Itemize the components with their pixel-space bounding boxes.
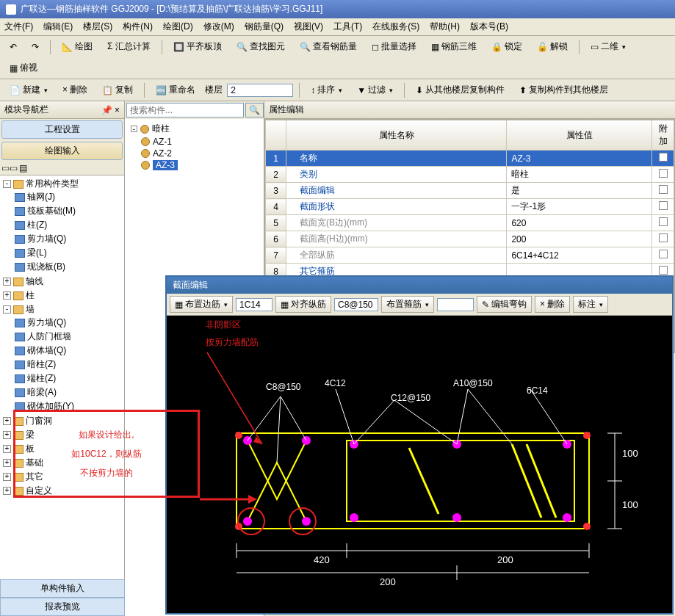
btn-qty[interactable]: 🔍 查看钢筋量 xyxy=(295,38,362,55)
dim-w3: 200 xyxy=(380,576,396,587)
property-row[interactable]: 2 类别暗柱 xyxy=(266,167,674,183)
item-icon xyxy=(15,333,25,341)
component-item[interactable]: AZ-2 xyxy=(141,148,261,159)
component-type-tree[interactable]: -常用构件类型 轴网(J) 筏板基础(M) 柱(Z) 剪力墙(Q) 梁(L) 现… xyxy=(0,175,124,616)
component-item[interactable]: AZ-1 xyxy=(141,136,261,148)
btn-drawing[interactable]: 📐 绘图 xyxy=(57,38,98,55)
menu-modify[interactable]: 修改(M) xyxy=(203,21,234,33)
annotation-arrow-icon xyxy=(200,492,259,507)
btn-mark[interactable]: 标注▾ xyxy=(573,296,608,313)
component-item-selected[interactable]: AZ-3 xyxy=(141,159,261,171)
expand-icon[interactable]: + xyxy=(3,473,11,481)
menu-draw[interactable]: 绘图(D) xyxy=(163,21,193,33)
checkbox[interactable] xyxy=(659,266,668,275)
checkbox[interactable] xyxy=(659,169,668,178)
toolbar-1: ↶ ↷ 📐 绘图 Σ 汇总计算 🔲 平齐板顶 🔍 查找图元 🔍 查看钢筋量 ◻ … xyxy=(0,36,675,79)
checkbox[interactable] xyxy=(659,233,668,242)
property-row[interactable]: 5 截面宽(B边)(mm)620 xyxy=(266,215,674,231)
expand-icon[interactable]: + xyxy=(3,431,11,439)
btn-filter[interactable]: ▼ 过滤▾ xyxy=(352,81,398,98)
btn-find[interactable]: 🔍 查找图元 xyxy=(231,38,290,55)
tab-project-settings[interactable]: 工程设置 xyxy=(1,120,123,139)
nav-expand-icon[interactable]: ▤ xyxy=(19,163,27,173)
menu-rebar[interactable]: 钢筋量(Q) xyxy=(245,21,284,33)
menu-floor[interactable]: 楼层(S) xyxy=(83,21,112,33)
label-4c12: 4C12 xyxy=(325,378,346,388)
expand-icon[interactable]: + xyxy=(3,278,11,286)
section-canvas[interactable]: C8@150 4C12 C12@150 A10@150 6C14 100 100… xyxy=(167,316,672,613)
pin-icon[interactable]: 📌 × xyxy=(101,105,120,115)
btn-batch[interactable]: ◻ 批量选择 xyxy=(367,38,422,55)
btn-edit-hook[interactable]: ✎ 编辑弯钩 xyxy=(477,296,532,313)
checkbox[interactable] xyxy=(659,201,668,210)
expand-icon[interactable]: + xyxy=(3,459,11,467)
search-input[interactable] xyxy=(126,103,244,117)
title-bar: 广联达—钢筋抽样软件 GGJ2009 - [D:\预结算及抽筋\广联达抽筋\学习… xyxy=(0,0,675,18)
property-row[interactable]: 7 全部纵筋6C14+4C12 xyxy=(266,247,674,264)
component-icon xyxy=(141,161,150,170)
nav-header: 模块导航栏📌 × xyxy=(0,101,124,119)
menu-online[interactable]: 在线服务(S) xyxy=(372,21,419,33)
btn-delete[interactable]: × 删除 xyxy=(57,81,93,98)
checkbox[interactable] xyxy=(659,217,668,226)
svg-line-4 xyxy=(409,448,438,514)
btn-unlock[interactable]: 🔓 解锁 xyxy=(532,38,573,55)
align-input[interactable] xyxy=(334,298,378,311)
expand-icon[interactable]: + xyxy=(3,487,11,495)
col-value[interactable]: 属性值 xyxy=(507,120,652,151)
btn-new[interactable]: 📄 新建▾ xyxy=(4,81,53,98)
menu-view[interactable]: 视图(V) xyxy=(294,21,323,33)
menu-file[interactable]: 文件(F) xyxy=(4,21,33,33)
menu-edit[interactable]: 编辑(E) xyxy=(43,21,73,33)
expand-icon[interactable]: + xyxy=(3,417,11,425)
btn-copy[interactable]: 📋 复制 xyxy=(97,81,138,98)
btn-plan[interactable]: 🔲 平齐板顶 xyxy=(168,38,227,55)
expand-icon[interactable]: + xyxy=(3,445,11,453)
svg-line-25 xyxy=(457,389,468,444)
btn-sort[interactable]: ↕ 排序▾ xyxy=(306,81,347,98)
stirrup-select[interactable] xyxy=(437,298,474,311)
tab-report[interactable]: 报表预览 xyxy=(0,598,125,616)
folder-icon xyxy=(13,278,24,286)
btn-lock[interactable]: 🔒 锁定 xyxy=(486,38,527,55)
checkbox[interactable] xyxy=(659,250,668,258)
floor-input[interactable] xyxy=(227,84,293,97)
side-rebar-input[interactable] xyxy=(236,298,272,311)
menu-tools[interactable]: 工具(T) xyxy=(333,21,362,33)
btn-2d[interactable]: ▭ 二维▾ xyxy=(585,38,631,55)
checkbox[interactable] xyxy=(659,153,668,162)
nav-collapse-icon[interactable]: ▭▭ xyxy=(1,163,18,173)
property-row[interactable]: 4 截面形状一字-1形 xyxy=(266,199,674,215)
label-c12150: C12@150 xyxy=(391,393,430,403)
menu-version[interactable]: 版本号(B) xyxy=(470,21,508,33)
property-row[interactable]: 1 名称AZ-3 xyxy=(266,151,674,167)
col-append[interactable]: 附加 xyxy=(652,120,674,151)
menu-help[interactable]: 帮助(H) xyxy=(430,21,460,33)
dim-h2: 100 xyxy=(622,499,638,510)
btn-section-delete[interactable]: × 删除 xyxy=(535,296,570,313)
property-row[interactable]: 3 截面编辑是 xyxy=(266,183,674,199)
btn-stirrup[interactable]: 布置箍筋▾ xyxy=(381,296,434,313)
expand-icon[interactable]: + xyxy=(3,291,11,300)
btn-copyfrom[interactable]: ⬇ 从其他楼层复制构件 xyxy=(411,81,510,98)
search-icon[interactable]: 🔍 xyxy=(245,103,264,117)
btn-side[interactable]: ▦ 俯视 xyxy=(4,59,43,76)
btn-rename[interactable]: 🔤 重命名 xyxy=(151,81,201,98)
btn-side-rebar[interactable]: ▦ 布置边筋▾ xyxy=(170,296,233,313)
tab-single-input[interactable]: 单构件输入 xyxy=(0,579,125,598)
expand-icon[interactable]: - xyxy=(3,305,11,314)
expand-icon[interactable]: - xyxy=(3,180,11,188)
btn-tri[interactable]: ▦ 钢筋三维 xyxy=(426,38,482,55)
btn-redo[interactable]: ↷ xyxy=(26,40,44,54)
checkbox[interactable] xyxy=(659,185,668,194)
btn-copyto[interactable]: ⬆ 复制构件到其他楼层 xyxy=(514,81,613,98)
property-row[interactable]: 6 截面高(H边)(mm)200 xyxy=(266,231,674,247)
col-name[interactable]: 属性名称 xyxy=(286,120,507,151)
menu-component[interactable]: 构件(N) xyxy=(123,21,153,33)
svg-line-3 xyxy=(527,444,556,518)
btn-align[interactable]: ▦ 对齐纵筋 xyxy=(275,296,331,313)
btn-undo[interactable]: ↶ xyxy=(4,40,22,54)
btn-calc[interactable]: Σ 汇总计算 xyxy=(102,38,156,55)
expand-icon[interactable]: - xyxy=(131,126,137,132)
tab-draw-input[interactable]: 绘图输入 xyxy=(1,142,123,160)
